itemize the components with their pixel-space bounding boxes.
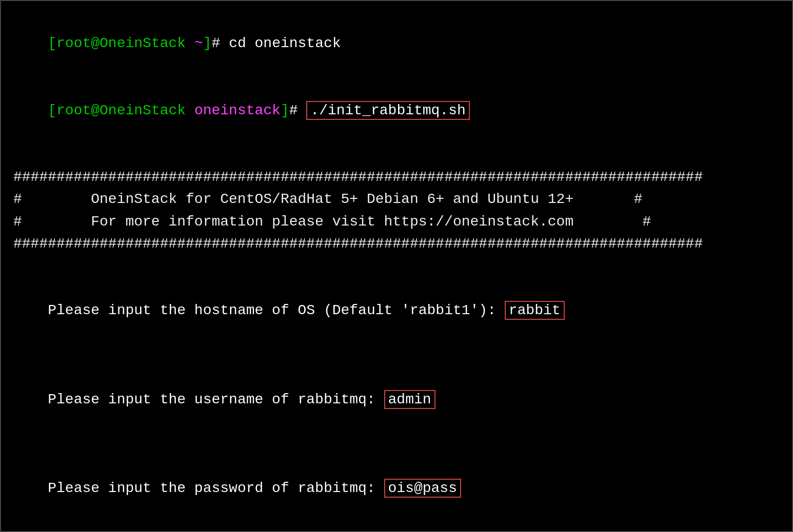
command-boxed: ./init_rabbitmq.sh — [306, 101, 469, 120]
prompt-at: @ — [91, 35, 100, 51]
prompt-bracket-close-2: ] — [281, 103, 289, 118]
blank-line-1 — [13, 144, 780, 166]
question-username-text: Please input the username of rabbitmq: — [48, 392, 384, 407]
prompt-bracket-close: ] — [203, 35, 212, 51]
blank-line-5 — [13, 522, 780, 532]
prompt-user-2: root — [56, 103, 91, 118]
question-password-text: Please input the password of rabbitmq: — [48, 480, 384, 496]
prompt-bracket-open: [ — [48, 35, 56, 51]
prompt-hash: # — [212, 35, 229, 51]
prompt-dir: ~ — [186, 35, 203, 51]
info-line-2: # For more information please visit http… — [13, 211, 780, 233]
question-password-line: Please input the password of rabbitmq: o… — [13, 455, 780, 522]
prompt-dir-2: oneinstack — [186, 103, 281, 118]
prompt-host: OneinStack — [100, 35, 186, 51]
username-value: admin — [384, 390, 435, 409]
hostname-value: rabbit — [505, 301, 565, 320]
prompt-hash-2: # — [289, 103, 307, 118]
question-hostname-line: Please input the hostname of OS (Default… — [13, 277, 780, 344]
prompt-user: root — [56, 35, 91, 51]
blank-line-2 — [13, 255, 780, 277]
command-text: cd oneinstack — [229, 35, 341, 51]
prompt-bracket-open-2: [ — [48, 103, 56, 118]
terminal-line-2: [root@OneinStack oneinstack]# ./init_rab… — [13, 77, 780, 144]
password-value: ois@pass — [384, 479, 461, 498]
divider-line-2: ########################################… — [13, 233, 780, 255]
blank-line-4 — [13, 433, 780, 455]
prompt-at-2: @ — [91, 103, 100, 118]
prompt-host-2: OneinStack — [100, 103, 186, 118]
terminal-window: [root@OneinStack ~]# cd oneinstack [root… — [0, 0, 793, 532]
question-hostname-text: Please input the hostname of OS (Default… — [48, 302, 505, 318]
blank-line-3 — [13, 344, 780, 366]
question-username-line: Please input the username of rabbitmq: a… — [13, 366, 780, 433]
terminal-line-1: [root@OneinStack ~]# cd oneinstack — [13, 10, 780, 77]
info-line-1: # OneinStack for CentOS/RadHat 5+ Debian… — [13, 188, 780, 210]
divider-line-1: ########################################… — [13, 166, 780, 188]
